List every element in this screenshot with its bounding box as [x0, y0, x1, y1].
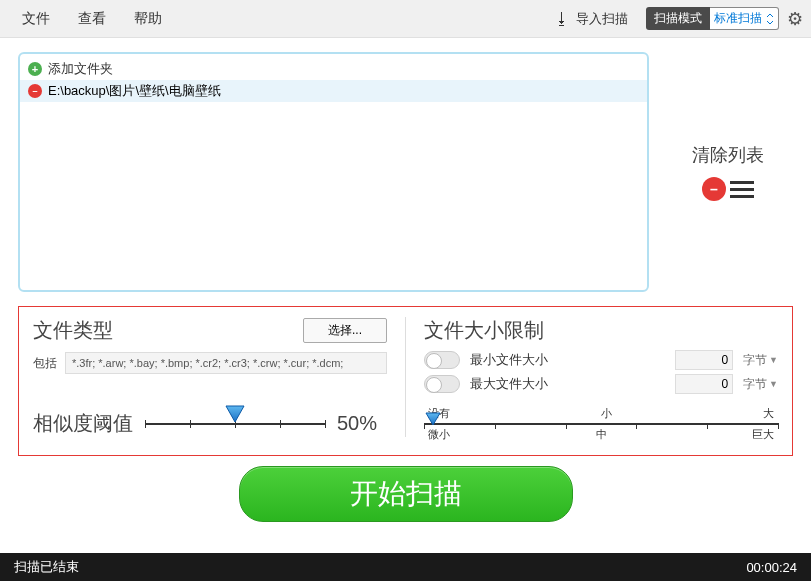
spinner-icon: [766, 13, 774, 25]
scan-mode-selector[interactable]: 扫描模式 标准扫描: [646, 7, 779, 30]
menubar: 文件 查看 帮助 ⭳ 导入扫描 扫描模式 标准扫描 ⚙: [0, 0, 811, 38]
folder-list-panel: + 添加文件夹 – E:\backup\图片\壁纸\电脑壁纸: [18, 52, 649, 292]
size-limit-title: 文件大小限制: [424, 317, 778, 344]
include-label: 包括: [33, 355, 57, 372]
filter-options-panel: 文件类型 选择... 包括 *.3fr; *.arw; *.bay; *.bmp…: [18, 306, 793, 456]
add-folder-label: 添加文件夹: [48, 60, 113, 78]
ruler-label: 巨大: [752, 427, 774, 442]
max-unit-select[interactable]: 字节▼: [743, 376, 778, 393]
ruler-label: 小: [601, 406, 612, 421]
min-size-label: 最小文件大小: [470, 351, 665, 369]
min-unit-select[interactable]: 字节▼: [743, 352, 778, 369]
clear-list-button[interactable]: –: [702, 177, 754, 201]
ruler-thumb-icon[interactable]: [424, 411, 442, 431]
remove-icon: –: [702, 177, 726, 201]
include-extensions: *.3fr; *.arw; *.bay; *.bmp; *.cr2; *.cr3…: [65, 352, 387, 374]
min-size-toggle[interactable]: [424, 351, 460, 369]
ruler-label: 中: [596, 427, 607, 442]
size-ruler-slider[interactable]: 没有 小 大 微小 中 巨: [424, 406, 778, 442]
statusbar: 扫描已结束 00:00:24: [0, 553, 811, 581]
status-text: 扫描已结束: [14, 558, 79, 576]
menu-view[interactable]: 查看: [64, 4, 120, 34]
add-folder-button[interactable]: + 添加文件夹: [20, 58, 647, 80]
filetype-title: 文件类型: [33, 317, 113, 344]
folder-path-row[interactable]: – E:\backup\图片\壁纸\电脑壁纸: [20, 80, 647, 102]
max-size-input[interactable]: 0: [675, 374, 733, 394]
list-icon: [730, 181, 754, 198]
plus-icon: +: [28, 62, 42, 76]
svg-marker-1: [426, 413, 440, 425]
max-size-toggle[interactable]: [424, 375, 460, 393]
slider-thumb-icon[interactable]: [224, 404, 246, 428]
threshold-value: 50%: [337, 412, 387, 435]
max-size-label: 最大文件大小: [470, 375, 665, 393]
folder-path-text: E:\backup\图片\壁纸\电脑壁纸: [48, 82, 221, 100]
status-time: 00:00:24: [746, 560, 797, 575]
settings-icon[interactable]: ⚙: [787, 8, 803, 30]
start-scan-button[interactable]: 开始扫描: [239, 466, 573, 522]
clear-list-label: 清除列表: [692, 143, 764, 167]
filetype-select-button[interactable]: 选择...: [303, 318, 387, 343]
scan-mode-title: 扫描模式: [646, 7, 710, 30]
download-icon: ⭳: [554, 10, 570, 28]
import-label: 导入扫描: [576, 10, 628, 28]
ruler-label: 大: [763, 406, 774, 421]
svg-marker-0: [226, 406, 244, 422]
threshold-slider[interactable]: [145, 414, 325, 434]
threshold-label: 相似度阈值: [33, 410, 133, 437]
menu-help[interactable]: 帮助: [120, 4, 176, 34]
minus-icon: –: [28, 84, 42, 98]
scan-mode-value: 标准扫描: [714, 10, 762, 27]
import-scan-button[interactable]: ⭳ 导入扫描: [546, 6, 636, 32]
min-size-input[interactable]: 0: [675, 350, 733, 370]
menu-file[interactable]: 文件: [8, 4, 64, 34]
